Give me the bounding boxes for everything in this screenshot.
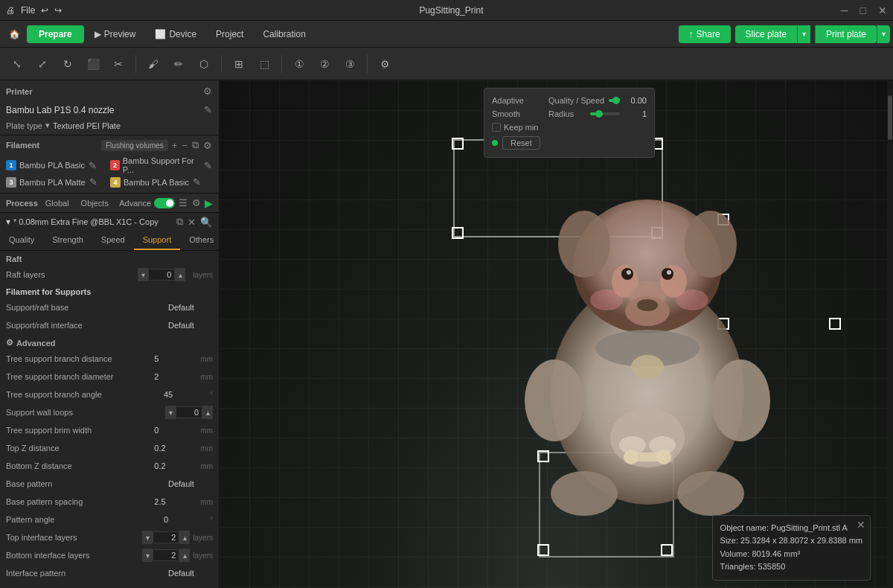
filament-3-edit-icon[interactable]: ✎	[89, 176, 98, 188]
redo-icon[interactable]: ↪	[54, 5, 62, 16]
tool-place[interactable]: ⬛	[82, 53, 104, 75]
radius-slider[interactable]	[590, 112, 620, 115]
advance-toggle-switch[interactable]	[154, 198, 175, 208]
tab-objects[interactable]: Objects	[77, 197, 113, 209]
tab-quality[interactable]: Quality	[0, 231, 43, 250]
support-wall-loops-input[interactable]	[176, 406, 202, 418]
device-btn[interactable]: ⬜ Device	[146, 25, 205, 43]
printer-edit-icon[interactable]: ✎	[203, 103, 213, 116]
prepare-btn[interactable]: Prepare	[27, 25, 84, 43]
tool-orient[interactable]: ⬚	[253, 53, 275, 75]
plate-type-value[interactable]: Textured PEI Plate	[53, 121, 121, 130]
tool-view-1[interactable]: ①	[288, 53, 310, 75]
tool-arrange[interactable]: ⊞	[228, 53, 250, 75]
print-btn[interactable]: Print plate	[815, 25, 877, 43]
advance-toggle[interactable]: Advance	[119, 198, 175, 208]
close-btn[interactable]: ✕	[878, 4, 887, 16]
share-btn[interactable]: ↑ Share	[679, 25, 731, 43]
minimize-btn[interactable]: ─	[841, 4, 848, 16]
adv-val-1[interactable]: 2	[154, 372, 199, 381]
radius-thumb[interactable]	[595, 110, 603, 118]
tool-fdm[interactable]: ⬡	[193, 53, 215, 75]
tab-speed[interactable]: Speed	[92, 231, 134, 250]
filament-name-1[interactable]: Bambu PLA Basic	[19, 161, 85, 170]
adv-val-6[interactable]: 0.2	[154, 461, 199, 470]
tool-cut[interactable]: ✂	[107, 53, 129, 75]
home-btn[interactable]: 🏠	[3, 23, 25, 45]
viewport-scrollbar[interactable]	[887, 80, 893, 588]
adv-val-0[interactable]: 5	[154, 354, 199, 363]
raft-layers-down[interactable]: ▾	[138, 268, 148, 281]
quality-speed-thumb[interactable]	[612, 97, 620, 104]
object-info-close-btn[interactable]: ✕	[857, 519, 865, 531]
support-wall-loops-up[interactable]: ▴	[202, 406, 213, 419]
raft-layers-up[interactable]: ▴	[175, 268, 185, 281]
calibration-btn[interactable]: Calibration	[254, 25, 314, 43]
bottom-interface-layers-spinner[interactable]: ▾ ▴	[142, 549, 190, 562]
adv-val-8[interactable]: 2.5	[154, 497, 199, 506]
bottom-interface-layers-input[interactable]	[153, 549, 179, 561]
tool-scale[interactable]: ⤢	[31, 53, 54, 75]
bottom-interface-layers-up[interactable]: ▴	[179, 549, 190, 562]
filament-remove-icon[interactable]: −	[181, 139, 188, 152]
slice-btn[interactable]: Slice plate	[735, 25, 797, 43]
support-raft-interface-value[interactable]: Default	[168, 321, 213, 330]
support-wall-loops-down[interactable]: ▾	[165, 406, 176, 419]
support-raft-base-value[interactable]: Default	[168, 303, 213, 312]
quality-speed-slider[interactable]	[609, 99, 620, 102]
viewport[interactable]: Adaptive Quality / Speed 0.00 Smooth Rad…	[220, 80, 893, 588]
adv-val-9[interactable]: 0	[164, 515, 208, 524]
tool-view-2[interactable]: ②	[313, 53, 336, 75]
process-list-icon[interactable]: ☰	[178, 196, 188, 209]
tool-support-paint[interactable]: 🖌	[142, 53, 164, 75]
tool-settings[interactable]: ⚙	[374, 53, 396, 75]
filament-name-3[interactable]: Bambu PLA Matte	[19, 178, 86, 187]
tab-global[interactable]: Global	[41, 197, 74, 209]
filament-copy-icon[interactable]: ⧉	[191, 138, 199, 152]
adv-val-2[interactable]: 45	[164, 390, 208, 399]
flushing-volumes-btn[interactable]: Flushing volumes	[101, 140, 168, 151]
project-btn[interactable]: Project	[207, 25, 252, 43]
top-interface-layers-up[interactable]: ▴	[179, 531, 190, 544]
preview-btn[interactable]: ▶ Preview	[86, 25, 145, 43]
top-interface-layers-spinner[interactable]: ▾ ▴	[142, 531, 190, 544]
filament-1-edit-icon[interactable]: ✎	[88, 159, 97, 172]
adv-val-12[interactable]: Default	[168, 569, 213, 578]
tool-view-3[interactable]: ③	[339, 53, 361, 75]
raft-layers-input[interactable]	[148, 269, 175, 281]
support-wall-loops-spinner[interactable]: ▾ ▴	[165, 406, 213, 419]
filament-4-edit-icon[interactable]: ✎	[192, 176, 202, 188]
filament-name-4[interactable]: Bambu PLA Basic	[124, 178, 189, 187]
print-dropdown-btn[interactable]: ▾	[877, 25, 890, 43]
filament-name-2[interactable]: Bambu Support For P...	[123, 156, 200, 174]
reset-btn[interactable]: Reset	[502, 136, 540, 150]
tool-rotate[interactable]: ↻	[57, 53, 79, 75]
profile-close-icon[interactable]: ✕	[187, 216, 196, 229]
printer-settings-icon[interactable]: ⚙	[202, 85, 213, 98]
profile-name[interactable]: * 0.08mm Extra Fine @BBL X1C - Copy	[13, 217, 173, 226]
tab-strength[interactable]: Strength	[43, 231, 92, 250]
filament-2-edit-icon[interactable]: ✎	[203, 159, 213, 172]
process-settings-icon[interactable]: ⚙	[191, 196, 202, 209]
tool-seam-paint[interactable]: ✏	[167, 53, 190, 75]
filament-add-icon[interactable]: +	[171, 139, 179, 152]
tab-support[interactable]: Support	[134, 231, 181, 250]
slice-dropdown-btn[interactable]: ▾	[797, 25, 810, 43]
adv-val-5[interactable]: 0.2	[154, 444, 199, 453]
top-interface-layers-input[interactable]	[153, 531, 179, 543]
viewport-scroll-thumb[interactable]	[888, 95, 892, 140]
adv-val-4[interactable]: 0	[154, 426, 199, 435]
adv-val-7[interactable]: Default	[168, 479, 213, 488]
filament-settings-icon[interactable]: ⚙	[202, 139, 213, 152]
top-interface-layers-down[interactable]: ▾	[142, 531, 153, 544]
raft-layers-spinner[interactable]: ▾ ▴	[138, 268, 185, 281]
bottom-interface-layers-down[interactable]: ▾	[142, 549, 153, 562]
keep-min-checkbox[interactable]	[492, 123, 501, 132]
maximize-btn[interactable]: □	[860, 4, 866, 16]
file-menu[interactable]: File	[21, 5, 35, 16]
tab-others[interactable]: Others	[180, 231, 220, 250]
profile-copy-icon[interactable]: ⧉	[176, 215, 184, 229]
tool-move[interactable]: ⤡	[6, 53, 28, 75]
profile-search-icon[interactable]: 🔍	[199, 216, 213, 229]
process-expand-icon[interactable]: ▶	[205, 197, 213, 209]
